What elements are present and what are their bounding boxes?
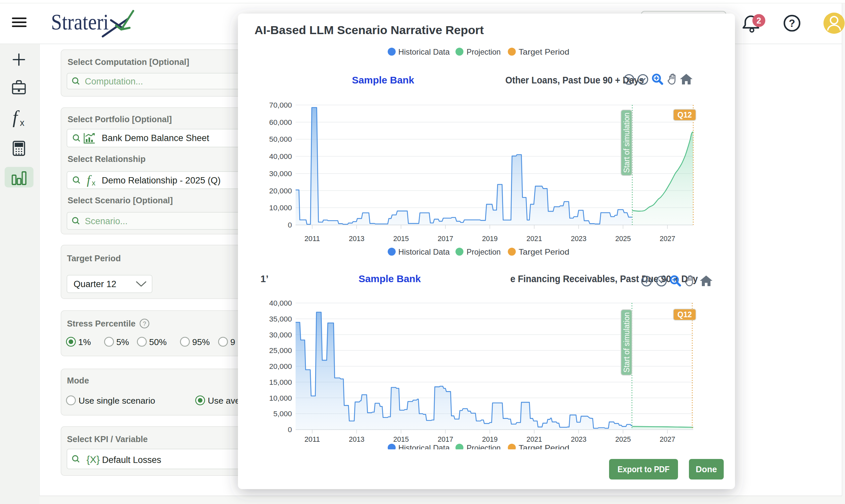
svg-text:Sample Bank: Sample Bank	[358, 273, 421, 284]
svg-text:40,000: 40,000	[269, 152, 292, 161]
svg-text:Computation...: Computation...	[85, 76, 143, 86]
svg-text:10,000: 10,000	[269, 204, 292, 212]
svg-text:2011: 2011	[304, 435, 320, 444]
svg-text:Projection: Projection	[466, 247, 501, 256]
svg-text:5,000: 5,000	[274, 410, 292, 418]
svg-text:x: x	[92, 179, 95, 187]
svg-text:2017: 2017	[438, 435, 453, 444]
svg-text:95%: 95%	[192, 337, 210, 347]
svg-text:Target Period: Target Period	[518, 247, 569, 256]
svg-text:Start of simulation: Start of simulation	[622, 113, 631, 173]
svg-text:Target Period: Target Period	[67, 254, 121, 263]
svg-text:Projection: Projection	[466, 47, 501, 56]
svg-text:5%: 5%	[116, 337, 129, 347]
svg-text:35,000: 35,000	[269, 315, 292, 323]
svg-text:2025: 2025	[615, 435, 631, 444]
svg-text:2019: 2019	[482, 234, 498, 243]
svg-text:Mode: Mode	[67, 376, 89, 385]
svg-text:Default Losses: Default Losses	[102, 455, 161, 465]
svg-text:Select KPI / Variable: Select KPI / Variable	[67, 434, 148, 444]
svg-text:Other Loans, Past Due 90 + Day: Other Loans, Past Due 90 + Days	[505, 75, 644, 86]
svg-text:2015: 2015	[393, 234, 409, 243]
svg-text:Done: Done	[696, 465, 717, 474]
svg-text:2019: 2019	[482, 435, 498, 444]
svg-text:60,000: 60,000	[269, 118, 292, 126]
svg-text:Use single scenario: Use single scenario	[78, 396, 155, 406]
svg-text:15,000: 15,000	[269, 378, 292, 386]
svg-text:Q12: Q12	[677, 310, 691, 319]
svg-text:Historical Data: Historical Data	[398, 47, 450, 56]
svg-text:Scenario...: Scenario...	[85, 216, 127, 226]
svg-text:Historical Data: Historical Data	[398, 247, 450, 256]
svg-text:?: ?	[789, 18, 795, 29]
svg-text:Use ave: Use ave	[208, 396, 240, 406]
svg-text:2: 2	[757, 16, 761, 25]
svg-text:Strateri: Strateri	[51, 9, 109, 34]
svg-text:Bank Demo Balance Sheet: Bank Demo Balance Sheet	[102, 133, 209, 143]
svg-text:Demo Relationship - 2025 (Q): Demo Relationship - 2025 (Q)	[102, 176, 221, 185]
svg-text:Q12: Q12	[677, 111, 691, 119]
svg-text:2023: 2023	[571, 435, 586, 444]
svg-text:Export to PDF: Export to PDF	[618, 465, 670, 474]
svg-text:2021: 2021	[527, 435, 542, 444]
svg-text:{X}: {X}	[87, 454, 100, 465]
svg-text:Select Scenario [Optional]: Select Scenario [Optional]	[68, 196, 173, 205]
svg-text:0: 0	[288, 426, 292, 434]
svg-text:50,000: 50,000	[269, 135, 292, 143]
svg-text:2011: 2011	[304, 234, 320, 243]
svg-text:40,000: 40,000	[269, 299, 292, 307]
svg-text:Start of simulation: Start of simulation	[622, 312, 631, 373]
svg-text:Select Computation [Optional]: Select Computation [Optional]	[68, 57, 189, 67]
svg-text:?: ?	[143, 321, 146, 327]
svg-text:x: x	[20, 118, 24, 128]
svg-text:30,000: 30,000	[269, 331, 292, 339]
svg-text:20,000: 20,000	[269, 187, 292, 195]
svg-text:0: 0	[288, 221, 292, 229]
svg-text:50%: 50%	[149, 337, 167, 347]
svg-text:2013: 2013	[349, 234, 365, 243]
svg-text:25,000: 25,000	[269, 346, 292, 355]
svg-text:1%: 1%	[78, 337, 91, 347]
svg-text:1’: 1’	[261, 273, 268, 284]
svg-text:2013: 2013	[349, 435, 365, 444]
svg-text:2027: 2027	[660, 435, 675, 444]
svg-text:2015: 2015	[393, 435, 409, 444]
svg-text:AI-Based LLM Scenario Narrativ: AI-Based LLM Scenario Narrative Report	[254, 23, 484, 36]
svg-text:Select Relationship: Select Relationship	[68, 154, 145, 164]
svg-text:2027: 2027	[660, 234, 675, 243]
svg-text:10,000: 10,000	[269, 394, 292, 402]
svg-text:e Financing Receivables, Past: e Financing Receivables, Past Due 90 + D…	[510, 273, 698, 284]
svg-text:2025: 2025	[615, 234, 631, 243]
svg-text:Quarter 12: Quarter 12	[74, 279, 116, 289]
svg-text:9: 9	[230, 337, 235, 347]
svg-text:Target Period: Target Period	[518, 47, 569, 56]
svg-text:Select Portfolio [Optional]: Select Portfolio [Optional]	[68, 114, 172, 124]
svg-text:70,000: 70,000	[269, 101, 292, 109]
svg-text:2021: 2021	[527, 234, 542, 243]
svg-text:Sample Bank: Sample Bank	[352, 75, 415, 86]
svg-text:30,000: 30,000	[269, 169, 292, 178]
svg-text:2017: 2017	[438, 234, 453, 243]
svg-text:Stress Percentile: Stress Percentile	[67, 319, 136, 328]
svg-text:20,000: 20,000	[269, 362, 292, 371]
svg-text:2023: 2023	[571, 234, 586, 243]
